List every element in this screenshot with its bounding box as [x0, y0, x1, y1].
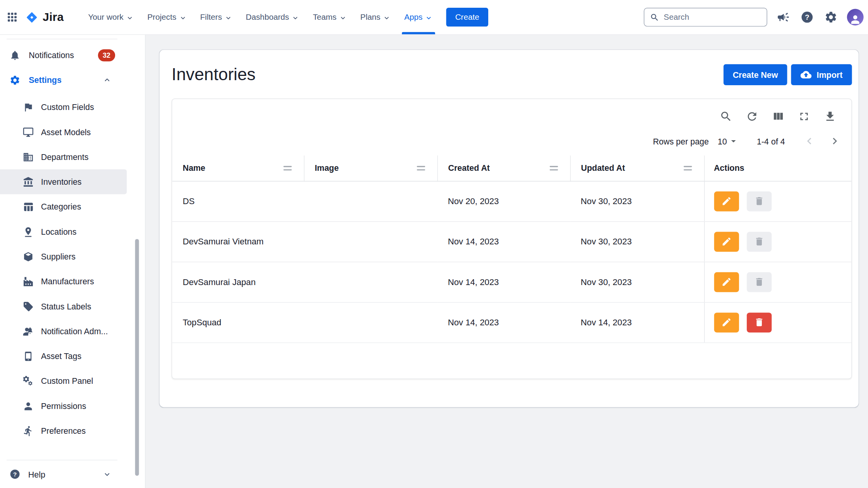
pagination: Rows per page 10 1-4 of 4 [172, 124, 851, 156]
column-resize-handle[interactable] [684, 166, 692, 170]
chevron-right-icon [828, 134, 841, 148]
toolbar-download-button[interactable] [823, 109, 837, 123]
rows-per-page-select[interactable]: 10 [718, 136, 739, 147]
sidebar-item-suppliers[interactable]: Suppliers [0, 244, 127, 269]
tablet-icon [23, 351, 34, 362]
column-resize-handle[interactable] [549, 166, 558, 170]
building-icon [23, 151, 34, 163]
nav-item-projects[interactable]: Projects [141, 0, 193, 34]
delete-button[interactable] [747, 191, 772, 211]
chevron-down-icon [425, 14, 433, 22]
sidebar-item-inventories[interactable]: Inventories [0, 169, 127, 194]
create-new-label: Create New [733, 70, 778, 79]
sidebar-item-label: Notifications [29, 50, 74, 60]
map-pin-icon [23, 226, 34, 237]
nav-item-teams[interactable]: Teams [306, 0, 353, 34]
avatar[interactable] [847, 9, 864, 26]
search-input[interactable] [664, 13, 761, 22]
delete-button[interactable] [747, 272, 772, 292]
cell-actions [704, 302, 851, 342]
edit-button[interactable] [714, 232, 739, 251]
download-icon [823, 110, 836, 123]
nav-item-filters[interactable]: Filters [193, 0, 239, 34]
toolbar-fullscreen-button[interactable] [797, 109, 811, 123]
pencil-icon [721, 236, 732, 247]
sidebar-item-label: Departments [41, 152, 89, 162]
column-header-actions[interactable]: Actions [704, 155, 851, 181]
delete-button[interactable] [747, 312, 772, 332]
pencil-icon [721, 196, 732, 206]
factory-icon [23, 276, 34, 287]
column-header-updated-at[interactable]: Updated At [570, 155, 704, 181]
column-resize-handle[interactable] [417, 166, 425, 170]
create-new-button[interactable]: Create New [723, 64, 787, 85]
sidebar-item-asset-tags[interactable]: Asset Tags [0, 344, 127, 368]
sidebar-item-label: Locations [41, 227, 77, 236]
column-label: Image [315, 163, 339, 173]
trash-icon [754, 196, 764, 206]
megaphone-button[interactable] [775, 9, 791, 25]
help-button[interactable]: ? [799, 9, 815, 25]
nav-item-dashboards[interactable]: Dashboards [239, 0, 306, 34]
table-row[interactable]: DevSamurai Vietnam Nov 14, 2023 Nov 30, … [172, 221, 851, 261]
sidebar-item-departments[interactable]: Departments [0, 144, 127, 169]
import-button[interactable]: Import [791, 64, 852, 85]
gear-button[interactable] [823, 9, 839, 25]
edit-button[interactable] [714, 312, 739, 332]
sidebar-item-permissions[interactable]: Permissions [0, 393, 127, 418]
sidebar-item-custom-panel[interactable]: Custom Panel [0, 368, 127, 393]
table-row[interactable]: TopSquad Nov 14, 2023 Nov 14, 2023 [172, 302, 851, 342]
search-icon [719, 110, 732, 123]
nav-item-your-work[interactable]: Your work [81, 0, 141, 34]
column-header-image[interactable]: Image [304, 155, 437, 181]
next-page-button[interactable] [827, 133, 842, 149]
sidebar-item-asset-models[interactable]: Asset Models [0, 120, 127, 144]
table-row[interactable]: DS Nov 20, 2023 Nov 30, 2023 [172, 181, 851, 221]
chevron-down-icon [224, 14, 232, 22]
sidebar-item-categories[interactable]: Categories [0, 194, 127, 219]
search-icon [650, 12, 659, 22]
column-header-created-at[interactable]: Created At [437, 155, 570, 181]
sidebar-item-help[interactable]: ? Help [0, 461, 145, 488]
sidebar-item-custom-fields[interactable]: Custom Fields [0, 95, 127, 119]
jira-logo[interactable]: Jira [23, 10, 68, 25]
search-box[interactable] [644, 8, 767, 27]
edit-button[interactable] [714, 272, 739, 292]
rows-per-page-label: Rows per page [653, 136, 709, 146]
cell-updated-at: Nov 30, 2023 [570, 181, 704, 221]
toolbar-columns-button[interactable] [771, 109, 785, 123]
create-button[interactable]: Create [446, 8, 488, 27]
delete-button[interactable] [747, 232, 772, 251]
svg-text:?: ? [805, 13, 809, 21]
nav-item-plans[interactable]: Plans [354, 0, 398, 34]
sidebar-item-manufacturers[interactable]: Manufacturers [0, 269, 127, 294]
cell-name: DevSamurai Vietnam [172, 221, 304, 261]
sidebar-item-label: Inventories [41, 177, 82, 186]
package-icon [23, 251, 34, 262]
cell-updated-at: Nov 30, 2023 [570, 221, 704, 261]
sidebar-item-preferences[interactable]: Preferences [0, 418, 127, 443]
sidebar-item-notifications[interactable]: Notifications 32 [0, 43, 145, 67]
navbar-right: ? [644, 8, 868, 27]
table-row[interactable]: DevSamurai Japan Nov 14, 2023 Nov 30, 20… [172, 262, 851, 302]
navbar-right-icons: ? [775, 9, 839, 25]
sidebar-item-label: Notification Adm... [41, 326, 108, 336]
edit-button[interactable] [714, 191, 739, 211]
app-switcher-button[interactable] [1, 5, 23, 29]
column-header-name[interactable]: Name [172, 155, 304, 181]
sidebar-item-label: Settings [29, 75, 62, 84]
toolbar-refresh-button[interactable] [744, 109, 759, 123]
toolbar-search-button[interactable] [718, 109, 733, 123]
nav-item-label: Your work [88, 13, 123, 22]
sidebar-item-label: Suppliers [41, 252, 76, 261]
previous-page-button[interactable] [802, 133, 817, 149]
sidebar-scrollbar[interactable] [135, 239, 139, 476]
column-resize-handle[interactable] [283, 166, 291, 170]
nav-item-apps[interactable]: Apps [398, 0, 440, 34]
table-footer-space [172, 343, 851, 378]
sidebar-item-locations[interactable]: Locations [0, 219, 127, 244]
sidebar-item-label: Custom Fields [41, 102, 94, 112]
sidebar-item-status-labels[interactable]: Status Labels [0, 294, 127, 319]
sidebar-item-notification-adm[interactable]: Notification Adm... [0, 319, 127, 344]
sidebar-item-settings[interactable]: Settings [0, 67, 145, 92]
